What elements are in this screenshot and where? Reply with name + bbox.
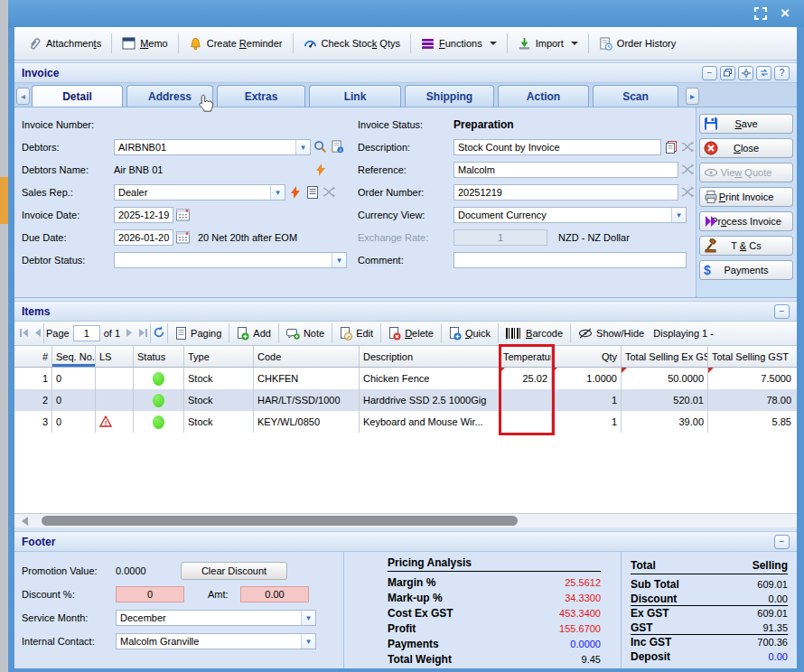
internal-contact-combobox[interactable]: Malcolm Granville▾ [116, 633, 316, 649]
discount-pct-field[interactable]: 0 [116, 586, 184, 602]
panel-help-icon[interactable]: ? [774, 66, 790, 80]
dollar-icon: $ [704, 263, 711, 277]
debtors-combobox[interactable]: AIRBNB01▾ [114, 139, 311, 155]
tab-link[interactable]: Link [309, 85, 401, 107]
clear-discount-button[interactable]: Clear Discount [181, 562, 287, 580]
col-description[interactable]: Description [360, 346, 500, 367]
col-code[interactable]: Code [254, 346, 360, 367]
items-minimize-icon[interactable]: − [774, 304, 790, 319]
description-field[interactable]: Stock Count by Invoice [453, 139, 661, 155]
memo-button[interactable]: Memo [114, 33, 176, 53]
discount-amt-field[interactable]: 0.00 [240, 586, 309, 602]
item-row-3[interactable]: 3 0 ! Stock KEY/WL/0850 Keyboard and Mou… [14, 411, 797, 433]
sales-rep-combobox[interactable]: Dealer▾ [114, 184, 285, 201]
internal-contact-label: Internal Contact: [22, 636, 116, 647]
page-next-icon[interactable] [126, 328, 134, 340]
order-number-field[interactable]: 20251219 [453, 184, 678, 201]
page-last-icon[interactable] [136, 328, 148, 340]
currency-view-combobox[interactable]: Document Currency▾ [453, 207, 687, 223]
functions-button[interactable]: Functions [413, 34, 505, 53]
debtor-status-combobox[interactable]: ▾ [114, 252, 347, 268]
gst-value: 91.35 [706, 622, 788, 633]
tab-scan[interactable]: Scan [593, 85, 678, 107]
page-prev-icon[interactable] [33, 328, 42, 340]
shuffle-icon[interactable] [322, 184, 337, 200]
check-stock-qtys-button[interactable]: Check Stock Qtys [295, 33, 408, 54]
notes-doc-icon[interactable] [304, 184, 320, 200]
create-reminder-button[interactable]: Create Reminder [181, 33, 291, 54]
col-temperature[interactable]: Temperature [500, 346, 552, 367]
attachments-label: Attachments [46, 38, 101, 49]
col-qty[interactable]: Qty [552, 346, 622, 367]
calendar-icon[interactable] [175, 229, 191, 245]
shuffle-icon[interactable] [680, 139, 696, 154]
attachments-button[interactable]: Attachments [20, 33, 109, 54]
save-button[interactable]: Save [699, 114, 793, 134]
barcode-button[interactable]: Barcode [500, 325, 568, 341]
add-button[interactable]: Add [231, 324, 276, 343]
reference-field[interactable]: Malcolm [453, 162, 678, 178]
order-history-button[interactable]: Order History [591, 33, 684, 54]
calendar-icon[interactable] [175, 207, 191, 222]
refresh-icon[interactable] [153, 326, 165, 341]
due-date-field[interactable]: 2026-01-20 [114, 229, 173, 246]
shuffle-icon[interactable] [680, 184, 696, 200]
scroll-left-icon[interactable] [22, 517, 28, 526]
add-icon [237, 327, 249, 341]
close-button[interactable]: Close [699, 138, 793, 158]
col-total-selling-gst[interactable]: Total Selling GST [708, 346, 795, 367]
show-hide-button[interactable]: Show/Hide [573, 324, 650, 342]
col-seq-no[interactable]: Seq. No. [52, 346, 96, 367]
import-button[interactable]: Import [510, 33, 586, 54]
paging-button[interactable]: Paging [170, 324, 227, 342]
search-icon[interactable] [313, 139, 328, 154]
process-invoice-button[interactable]: Process Invoice [699, 211, 793, 231]
close-icon[interactable]: × [777, 6, 793, 21]
print-invoice-button[interactable]: Print Invoice [699, 187, 793, 207]
tab-scroll-right-icon[interactable]: ▸ [686, 88, 699, 105]
delete-button[interactable]: Delete [383, 324, 439, 343]
tab-scroll-left-icon[interactable]: ◂ [16, 88, 30, 105]
panel-refresh-icon[interactable] [756, 66, 771, 80]
tcs-button[interactable]: T & Cs [699, 236, 793, 256]
tab-action[interactable]: Action [498, 85, 589, 107]
tab-address[interactable]: Address [126, 85, 213, 107]
lightning-icon[interactable] [287, 184, 303, 200]
page-first-icon[interactable] [19, 328, 31, 340]
shuffle-icon[interactable] [680, 162, 696, 177]
col-ls[interactable]: LS [96, 346, 134, 367]
status-green-icon [153, 372, 164, 386]
scrollbar-thumb[interactable] [42, 516, 518, 526]
panel-settings-gear-icon[interactable] [738, 66, 753, 80]
panel-restore-icon[interactable] [720, 66, 735, 80]
edit-button[interactable]: Edit [334, 324, 379, 343]
debtor-info-icon[interactable]: i [330, 139, 345, 154]
payments-value: 0.0000 [521, 639, 601, 649]
comment-field[interactable] [453, 252, 687, 268]
footer-minimize-icon[interactable]: − [774, 535, 790, 549]
tab-shipping[interactable]: Shipping [405, 85, 494, 107]
col-row-number[interactable]: # [14, 346, 52, 367]
col-type[interactable]: Type [184, 346, 254, 367]
copy-doc-icon[interactable] [663, 139, 678, 154]
invoice-date-field[interactable]: 2025-12-19 [114, 207, 173, 223]
maximize-icon[interactable] [753, 6, 770, 21]
horizontal-scrollbar[interactable] [14, 514, 797, 527]
grid-header-row: # Seq. No. LS Status Type Code Descripti… [14, 346, 797, 368]
col-total-selling-ex-gst[interactable]: Total Selling Ex GST [622, 346, 708, 367]
tab-detail[interactable]: Detail [32, 85, 123, 107]
lightning-icon[interactable] [313, 162, 328, 177]
item-row-2[interactable]: 2 0 Stock HAR/LT/SSD/1000 Harddrive SSD … [14, 389, 797, 411]
col-status[interactable]: Status [134, 346, 184, 367]
invoice-date-label: Invoice Date: [22, 210, 114, 220]
quick-button[interactable]: Quick [444, 324, 496, 343]
tab-extras[interactable]: Extras [217, 85, 305, 107]
service-month-combobox[interactable]: December▾ [116, 610, 316, 626]
page-number-input[interactable]: 1 [73, 325, 100, 341]
view-quote-button[interactable]: View Quote [699, 163, 793, 182]
note-button[interactable]: Note [281, 325, 330, 342]
payments-button[interactable]: $ Payments [699, 260, 793, 280]
item-row-1[interactable]: 1 0 Stock CHKFEN Chicken Fence 25.02 1.0… [14, 368, 797, 389]
panel-minimize-icon[interactable]: − [702, 66, 717, 80]
pricing-analysis-title: Pricing Analysis [388, 556, 521, 572]
